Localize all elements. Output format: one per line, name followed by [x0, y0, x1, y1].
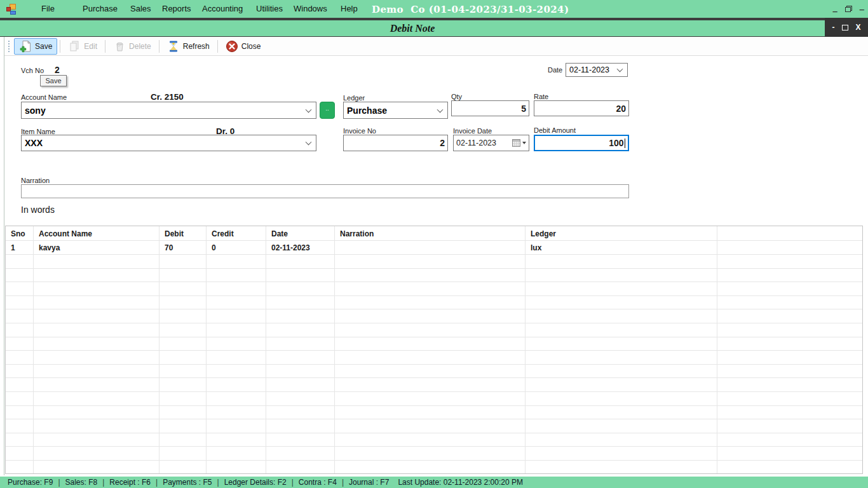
menu-windows[interactable]: Windows	[294, 0, 327, 18]
grid-cell	[207, 392, 266, 406]
grid-cell	[159, 378, 207, 392]
grid-cell	[207, 378, 266, 392]
column-header[interactable]: Ledger	[526, 226, 717, 241]
empty-row	[6, 309, 862, 323]
text-cursor	[625, 139, 626, 148]
grid-cell	[526, 282, 717, 296]
toolbar-grip[interactable]	[8, 41, 10, 52]
grid-cell	[335, 378, 526, 392]
menu-purchase[interactable]: Purchase	[83, 0, 118, 18]
grid-cell	[335, 365, 526, 379]
account-name-value: sony	[25, 105, 46, 116]
refresh-icon	[167, 40, 180, 53]
window-maximize-button[interactable]	[842, 25, 848, 30]
column-header[interactable]: Account Name	[34, 226, 159, 241]
app-restore-button[interactable]	[845, 6, 852, 12]
invoice-date-picker[interactable]: 02-11-2023	[453, 135, 529, 151]
grid-cell	[266, 269, 335, 283]
status-separator: |	[156, 478, 158, 487]
status-item: Sales: F8	[65, 478, 98, 487]
grid-cell	[526, 337, 717, 351]
grid-cell	[6, 309, 34, 323]
grid-cell	[266, 392, 335, 406]
edit-button[interactable]: Edit	[63, 38, 102, 55]
menu-help[interactable]: Help	[341, 0, 358, 18]
invoice-date-label: Invoice Date	[453, 127, 492, 135]
table-row[interactable]: 1kavya70002-11-2023lux	[6, 241, 862, 255]
invoice-no-input[interactable]: 2	[343, 135, 448, 151]
close-button[interactable]: Close	[220, 38, 266, 55]
company-title: Demo Co (01-04-2023/31-03-2024)	[372, 2, 569, 17]
status-separator: |	[292, 478, 294, 487]
grid-cell	[335, 337, 526, 351]
empty-row	[6, 351, 862, 365]
grid-cell	[207, 419, 266, 433]
narration-input[interactable]	[21, 184, 629, 198]
column-header[interactable]: Credit	[207, 226, 266, 241]
app-close-button[interactable]: ‒	[860, 4, 864, 14]
grid-cell	[335, 309, 526, 323]
item-name-select[interactable]: XXX	[21, 135, 316, 151]
save-button[interactable]: Save	[14, 38, 57, 55]
column-header[interactable]	[717, 226, 863, 241]
status-item: Ledger Details: F2	[224, 478, 287, 487]
delete-label: Delete	[129, 42, 151, 51]
menu-reports[interactable]: Reports	[162, 0, 191, 18]
grid-cell	[159, 365, 207, 379]
menu-utilities[interactable]: Utilities	[256, 0, 283, 18]
chevron-down-icon	[306, 106, 312, 112]
empty-row	[6, 392, 862, 406]
debit-amount-input[interactable]: 100	[534, 135, 629, 151]
window-controls: - X	[825, 18, 868, 37]
grid-cell	[34, 351, 159, 365]
column-header[interactable]: Debit	[159, 226, 207, 241]
menu-accounting[interactable]: Accounting	[202, 0, 243, 18]
window-close-button[interactable]: X	[855, 24, 860, 31]
grid-cell	[717, 461, 863, 474]
grid-cell	[717, 392, 863, 406]
grid-cell	[266, 337, 335, 351]
delete-button[interactable]: Delete	[108, 38, 156, 55]
grid-header-row[interactable]: SnoAccount NameDebitCreditDateNarrationL…	[6, 226, 862, 241]
menu-file[interactable]: File	[41, 0, 55, 18]
grid-cell	[6, 351, 34, 365]
chevron-down-icon	[437, 106, 444, 112]
column-header[interactable]: Date	[266, 226, 335, 241]
menu-sales[interactable]: Sales	[130, 0, 151, 18]
grid-cell	[717, 378, 863, 392]
grid-cell	[159, 461, 207, 474]
column-header[interactable]: Narration	[335, 226, 526, 241]
rate-input[interactable]: 20	[534, 100, 629, 116]
chevron-down-icon	[306, 139, 312, 146]
grid-cell	[6, 365, 34, 379]
grid-cell	[34, 433, 159, 447]
date-select[interactable]: 02-11-2023	[566, 63, 628, 77]
app-minimize-button[interactable]: ‒	[833, 6, 837, 16]
account-browse-button[interactable]: ..	[320, 102, 335, 119]
grid-cell	[159, 255, 207, 269]
grid-cell	[717, 269, 863, 283]
grid-cell	[6, 269, 34, 283]
account-name-select[interactable]: sony	[21, 102, 316, 119]
window-minimize-button[interactable]: -	[832, 24, 834, 31]
grid-cell	[207, 433, 266, 447]
qty-input[interactable]: 5	[451, 100, 529, 116]
refresh-button[interactable]: Refresh	[162, 38, 215, 55]
date-label: Date	[548, 66, 562, 74]
grid-cell	[6, 378, 34, 392]
grid-cell	[335, 241, 526, 255]
grid-cell	[266, 365, 335, 379]
ledger-select[interactable]: Purchase	[343, 102, 448, 119]
grid-cell	[526, 392, 717, 406]
rate-value: 20	[616, 104, 626, 114]
close-label: Close	[241, 42, 261, 51]
grid-cell	[6, 406, 34, 420]
in-words-label: In words	[21, 205, 55, 215]
column-header[interactable]: Sno	[6, 226, 34, 241]
grid-cell: 02-11-2023	[266, 241, 335, 255]
grid-cell	[6, 419, 34, 433]
grid-cell	[335, 296, 526, 310]
grid-cell	[159, 323, 207, 337]
grid-cell	[34, 378, 159, 392]
status-item: Receipt : F6	[109, 478, 151, 487]
